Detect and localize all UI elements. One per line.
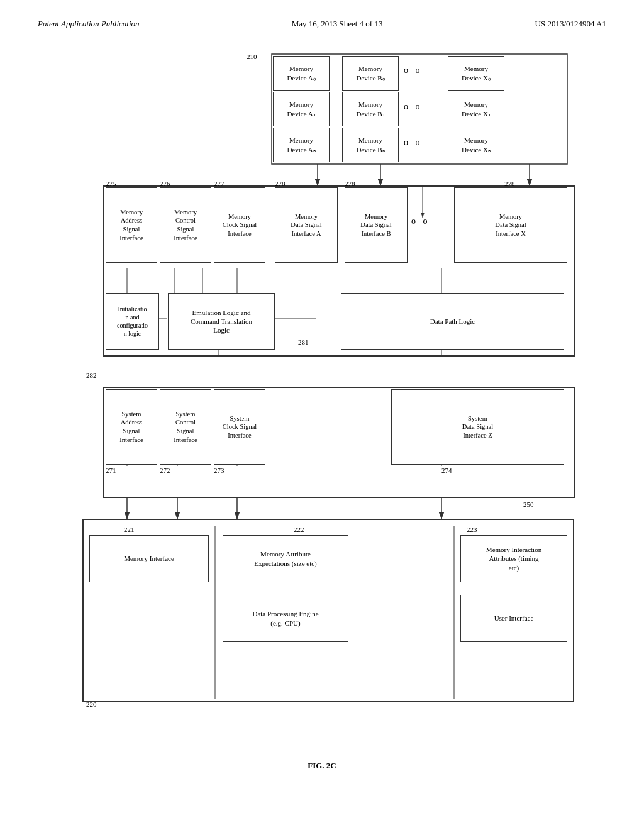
mem-ctrl-interface: MemoryControlSignalInterface	[160, 187, 211, 263]
mem-device-b0: MemoryDevice B₀	[342, 56, 399, 91]
label-222: 222	[294, 526, 304, 533]
emulation-logic: Emulation Logic andCommand TranslationLo…	[168, 293, 275, 350]
data-path-logic: Data Path Logic	[341, 293, 564, 350]
label-276: 276	[160, 180, 170, 187]
label-271: 271	[106, 467, 116, 474]
mem-device-x0: MemoryDevice X₀	[448, 56, 504, 91]
data-proc-engine: Data Processing Engine(e.g. CPU)	[223, 595, 348, 642]
sys-data-interface: SystemData SignalInterface Z	[391, 389, 564, 465]
mem-device-x1: MemoryDevice X₁	[448, 92, 504, 126]
page-header: Patent Application Publication May 16, 2…	[38, 19, 606, 29]
label-281: 281	[298, 338, 309, 346]
diagram-area: MemoryDevice A₀ MemoryDevice B₀ o o Memo…	[52, 48, 592, 739]
mem-device-a0: MemoryDevice A₀	[273, 56, 330, 91]
mem-attr-expectations: Memory AttributeExpectations (size etc)	[223, 535, 348, 582]
sys-clk-interface: SystemClock SignalInterface	[214, 389, 265, 465]
label-223: 223	[467, 526, 477, 533]
header-center: May 16, 2013 Sheet 4 of 13	[292, 19, 383, 29]
mem-interact-attrs: Memory InteractionAttributes (timingetc)	[460, 535, 567, 582]
dots-row2: o o	[404, 138, 423, 148]
label-277: 277	[214, 180, 225, 187]
mem-addr-interface: MemoryAddressSignalInterface	[106, 187, 157, 263]
memory-interface: Memory Interface	[89, 535, 209, 582]
label-275: 275	[106, 180, 116, 187]
mem-device-a1: MemoryDevice A₁	[273, 92, 330, 126]
mem-device-bn: MemoryDevice Bₙ	[342, 128, 399, 162]
init-config-logic: Initialization andconfiguration logic	[106, 293, 159, 350]
header-right: US 2013/0124904 A1	[535, 19, 606, 29]
label-210: 210	[247, 53, 257, 60]
sys-addr-interface: SystemAddressSignalInterface	[106, 389, 157, 465]
label-250: 250	[523, 501, 534, 508]
mem-data-interface-x: MemoryData SignalInterface X	[454, 187, 567, 263]
mem-device-an: MemoryDevice Aₙ	[273, 128, 330, 162]
mem-data-interface-b: MemoryData SignalInterface B	[345, 187, 408, 263]
dots-row0: o o	[404, 65, 423, 75]
label-272: 272	[160, 467, 170, 474]
label-221: 221	[124, 526, 135, 533]
label-273: 273	[214, 467, 225, 474]
user-interface-box: User Interface	[460, 595, 567, 642]
dots-interface-row: o o	[411, 216, 430, 226]
label-278c: 278	[504, 180, 515, 187]
label-278b: 278	[345, 180, 355, 187]
label-220: 220	[86, 700, 97, 708]
label-278a: 278	[275, 180, 286, 187]
label-282: 282	[86, 372, 97, 379]
mem-data-interface-a: MemoryData SignalInterface A	[275, 187, 338, 263]
mem-device-xn: MemoryDevice Xₙ	[448, 128, 504, 162]
sys-ctrl-interface: SystemControlSignalInterface	[160, 389, 211, 465]
figure-caption: FIG. 2C	[52, 761, 592, 771]
mem-device-b1: MemoryDevice B₁	[342, 92, 399, 126]
page: Patent Application Publication May 16, 2…	[0, 0, 644, 830]
mem-clk-interface: MemoryClock SignalInterface	[214, 187, 265, 263]
label-274: 274	[441, 467, 452, 474]
header-left: Patent Application Publication	[38, 19, 140, 29]
dots-row1: o o	[404, 102, 423, 112]
